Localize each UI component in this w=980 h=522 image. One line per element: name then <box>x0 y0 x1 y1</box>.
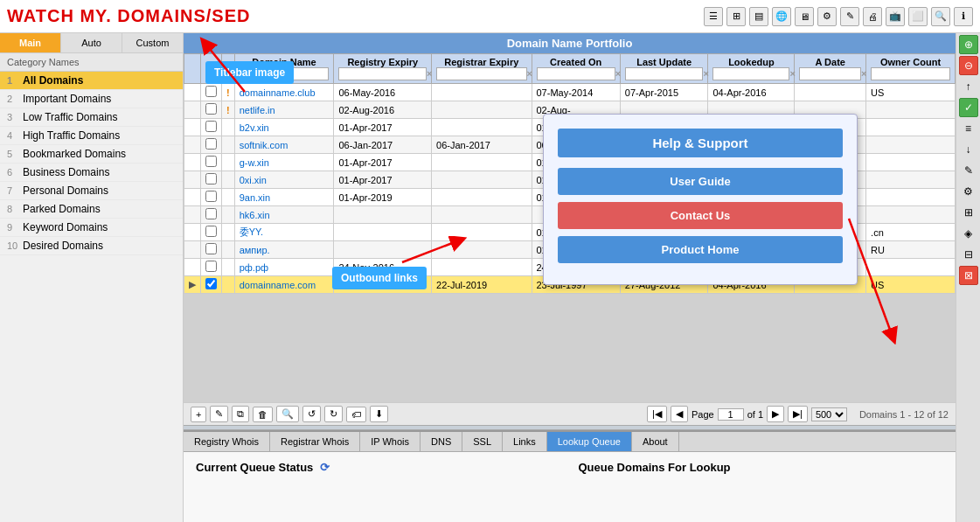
download-btn[interactable]: ⬇ <box>370 406 388 422</box>
sidebar-item-business-domains[interactable]: 6Business Domains <box>0 164 183 182</box>
sidebar-item-high-traffic-domains[interactable]: 4High Traffic Domains <box>0 127 183 145</box>
pencil-icon[interactable]: ✎ <box>840 7 859 26</box>
tab-main[interactable]: Main <box>0 33 61 52</box>
filter-lastupdate[interactable] <box>625 67 704 80</box>
sidebar-item-all-domains[interactable]: 1All Domains <box>0 72 183 90</box>
sidebar-item-keyword-domains[interactable]: 9Keyword Domains <box>0 219 183 237</box>
domain-link[interactable]: hk6.xin <box>240 210 270 220</box>
per-page-select[interactable]: 500 100 50 <box>811 407 847 421</box>
row-checkbox-cell[interactable] <box>201 101 222 119</box>
refresh-icon[interactable]: ⟳ <box>320 461 330 474</box>
sidebar-item-important-domains[interactable]: 2Important Domains <box>0 90 183 108</box>
row-checkbox[interactable] <box>205 191 217 202</box>
domain-link[interactable]: 9an.xin <box>240 192 270 203</box>
right-icon-9[interactable]: ◈ <box>959 224 978 243</box>
sidebar-item-bookmarked-domains[interactable]: 5Bookmarked Domains <box>0 145 183 164</box>
tag-btn[interactable]: 🏷 <box>346 407 366 422</box>
sidebar-item-low-traffic-domains[interactable]: 3Low Traffic Domains <box>0 108 183 127</box>
search-btn[interactable]: 🔍 <box>276 406 299 422</box>
display-icon[interactable]: 📺 <box>886 7 905 26</box>
domain-link[interactable]: рф.рф <box>240 262 268 273</box>
right-icon-8[interactable]: ⊞ <box>959 203 978 222</box>
right-icon-3[interactable]: ✓ <box>959 98 978 117</box>
table-icon[interactable]: ▤ <box>749 7 768 26</box>
col-rar-expiry[interactable]: Registrar Expiry× <box>432 54 532 84</box>
domain-link[interactable]: domainname.com <box>240 280 316 290</box>
globe-icon[interactable]: 🌐 <box>772 7 791 26</box>
tab-custom[interactable]: Custom <box>122 33 183 52</box>
settings-icon[interactable]: ⚙ <box>817 7 837 26</box>
bottom-tab-about[interactable]: About <box>632 432 679 451</box>
col-reg-expiry[interactable]: Registry Expiry× <box>334 54 432 84</box>
printer-icon[interactable]: 🖨 <box>863 7 882 26</box>
window-icon[interactable]: ⬜ <box>908 7 928 26</box>
add-btn[interactable]: + <box>191 407 206 422</box>
domain-link[interactable]: netlife.in <box>240 105 275 115</box>
col-adate[interactable]: A Date× <box>795 54 866 84</box>
first-page-btn[interactable]: |◀ <box>647 406 667 422</box>
filter-reg-expiry[interactable] <box>338 67 427 80</box>
bottom-tab-links[interactable]: Links <box>503 432 547 451</box>
filter-created[interactable] <box>537 67 615 80</box>
bottom-tab-lookup-queue[interactable]: Lookup Queue <box>547 432 632 451</box>
row-checkbox-cell[interactable] <box>201 224 222 241</box>
edit-btn[interactable]: ✎ <box>210 406 228 422</box>
product-home-btn[interactable]: Product Home <box>558 236 843 263</box>
tab-auto[interactable]: Auto <box>61 33 122 52</box>
row-checkbox[interactable] <box>205 208 217 219</box>
sidebar-item-parked-domains[interactable]: 8Parked Domains <box>0 200 183 219</box>
row-checkbox[interactable] <box>205 261 217 272</box>
domain-link[interactable]: domainname.club <box>240 87 316 98</box>
right-icon-2[interactable]: ↑ <box>959 77 978 96</box>
domain-link[interactable]: ампир. <box>240 245 270 255</box>
domain-link[interactable]: 委YY. <box>240 226 263 237</box>
domain-link[interactable]: b2v.xin <box>240 122 269 133</box>
filter-adate[interactable] <box>799 67 861 80</box>
col-lookedup[interactable]: Lookedup× <box>708 54 795 84</box>
row-checkbox-cell[interactable] <box>201 206 222 224</box>
grid-icon[interactable]: ⊞ <box>726 7 746 26</box>
bottom-tab-registrar-whois[interactable]: Registrar Whois <box>270 432 360 451</box>
right-icon-1[interactable]: ⊖ <box>959 56 978 75</box>
col-created[interactable]: Created On× <box>532 54 620 84</box>
domain-link[interactable]: g-w.xin <box>240 157 269 168</box>
bottom-tab-dns[interactable]: DNS <box>420 432 462 451</box>
last-page-btn[interactable]: ▶| <box>788 406 808 422</box>
right-icon-5[interactable]: ↓ <box>959 140 978 159</box>
row-checkbox[interactable] <box>205 156 217 167</box>
info-icon[interactable]: ℹ <box>954 7 973 26</box>
user-guide-btn[interactable]: User Guide <box>558 168 843 195</box>
sidebar-item-personal-domains[interactable]: 7Personal Domains <box>0 182 183 200</box>
filter-rar-expiry[interactable] <box>436 67 526 80</box>
bottom-tab-ip-whois[interactable]: IP Whois <box>360 432 420 451</box>
filter-lookedup[interactable] <box>712 67 789 80</box>
right-icon-6[interactable]: ✎ <box>959 161 978 180</box>
row-checkbox[interactable] <box>205 121 217 132</box>
delete-btn[interactable]: 🗑 <box>253 407 273 422</box>
sidebar-item-desired-domains[interactable]: 10Desired Domains <box>0 237 183 255</box>
right-icon-11[interactable]: ⊠ <box>959 266 978 285</box>
right-icon-10[interactable]: ⊟ <box>959 245 978 264</box>
row-checkbox[interactable] <box>205 86 217 97</box>
search2-icon[interactable]: 🔍 <box>931 7 950 26</box>
right-icon-7[interactable]: ⚙ <box>959 182 978 201</box>
row-checkbox[interactable] <box>205 138 217 150</box>
undo-btn[interactable]: ↺ <box>302 406 321 422</box>
table-row[interactable]: ! domainname.club 06-May-2016 07-May-201… <box>184 84 956 101</box>
row-checkbox[interactable] <box>205 226 217 237</box>
row-checkbox[interactable] <box>205 243 217 254</box>
row-checkbox-cell[interactable] <box>201 119 222 136</box>
row-checkbox-cell[interactable] <box>201 189 222 206</box>
filter-owner[interactable] <box>871 67 950 80</box>
row-checkbox-cell[interactable] <box>201 171 222 189</box>
right-icon-0[interactable]: ⊕ <box>959 35 978 54</box>
monitor-icon[interactable]: 🖥 <box>795 7 814 26</box>
copy-btn[interactable]: ⧉ <box>232 406 249 422</box>
domain-link[interactable]: softnik.com <box>240 140 288 150</box>
page-number-input[interactable] <box>718 408 744 421</box>
row-checkbox-cell[interactable] <box>201 276 222 294</box>
domain-link[interactable]: 0xi.xin <box>240 175 267 185</box>
row-checkbox-cell[interactable] <box>201 259 222 276</box>
redo-btn[interactable]: ↻ <box>324 406 343 422</box>
row-checkbox-cell[interactable] <box>201 241 222 259</box>
